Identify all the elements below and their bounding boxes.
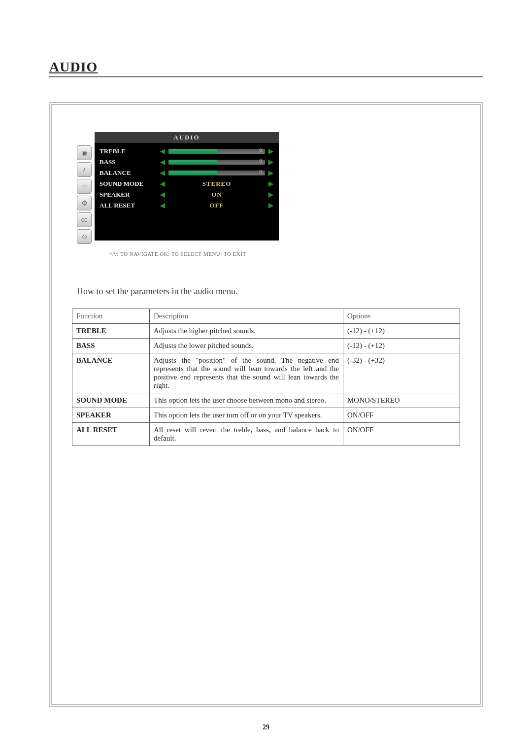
osd-title: AUDIO xyxy=(95,132,279,143)
tv-icon: ▭ xyxy=(77,179,92,194)
osd-label: SPEAKER xyxy=(99,191,159,199)
table-row: BALANCE Adjusts the "position" of the so… xyxy=(72,353,460,393)
osd-hint: ^/v: TO NAVIGATE OK: TO SELECT MENU: TO … xyxy=(77,251,279,257)
desc-cell: This option lets the user choose between… xyxy=(150,393,343,408)
left-arrow-icon: ◀ xyxy=(159,180,166,188)
osd-label: BALANCE xyxy=(99,169,159,177)
osd-row-sound-mode: SOUND MODE ◀ STEREO ▶ xyxy=(99,178,275,189)
table-row: SPEAKER This option lets the user turn o… xyxy=(72,408,460,423)
osd-row-treble: TREBLE ◀ 0 ▶ xyxy=(99,146,275,157)
table-row: BASS Adjusts the lower pitched sounds. (… xyxy=(72,339,460,353)
all-reset-value: OFF xyxy=(166,202,267,209)
osd-body: TREBLE ◀ 0 ▶ BASS ◀ xyxy=(95,143,279,241)
right-arrow-icon: ▶ xyxy=(267,147,275,155)
bass-value: 0 xyxy=(260,158,263,164)
opt-cell: (-32) - (+32) xyxy=(343,353,460,393)
lock-icon: ⦸ xyxy=(77,229,92,244)
desc-cell: Adjusts the "position" of the sound. The… xyxy=(150,353,343,393)
fn-cell: ALL RESET xyxy=(72,423,150,446)
right-arrow-icon: ▶ xyxy=(267,169,275,177)
opt-cell: ON/OFF xyxy=(343,423,460,446)
cc-icon: cc xyxy=(77,212,92,227)
left-arrow-icon: ◀ xyxy=(159,169,166,177)
table-row: SOUND MODE This option lets the user cho… xyxy=(72,393,460,408)
right-arrow-icon: ▶ xyxy=(267,158,275,166)
table-row: ALL RESET All reset will revert the treb… xyxy=(72,423,460,446)
opt-cell: MONO/STEREO xyxy=(343,393,460,408)
opt-cell: (-12) - (+12) xyxy=(343,324,460,339)
right-arrow-icon: ▶ xyxy=(267,191,275,199)
balance-value: 0 xyxy=(260,169,263,174)
desc-cell: Adjusts the lower pitched sounds. xyxy=(150,339,343,353)
header-description: Description xyxy=(150,309,343,324)
left-arrow-icon: ◀ xyxy=(159,147,166,155)
speaker-value: ON xyxy=(166,191,267,199)
desc-cell: This option lets the user turn off or on… xyxy=(150,408,343,423)
audio-icon: ♪ xyxy=(77,162,92,177)
desc-cell: All reset will revert the treble, bass, … xyxy=(150,423,343,446)
fn-cell: TREBLE xyxy=(72,324,150,339)
treble-value: 0 xyxy=(260,147,263,153)
table-row: TREBLE Adjusts the higher pitched sounds… xyxy=(72,324,460,339)
osd-label: ALL RESET xyxy=(99,202,159,209)
osd-label: BASS xyxy=(99,158,159,166)
left-arrow-icon: ◀ xyxy=(159,158,166,166)
header-options: Options xyxy=(343,309,460,324)
sound-mode-value: STEREO xyxy=(166,180,267,188)
page-number: 29 xyxy=(0,723,532,731)
opt-cell: ON/OFF xyxy=(343,408,460,423)
osd-row-all-reset: ALL RESET ◀ OFF ▶ xyxy=(99,200,275,211)
balance-slider: 0 xyxy=(168,171,265,175)
section-title: AUDIO xyxy=(49,59,483,77)
intro-text: How to set the parameters in the audio m… xyxy=(77,286,460,297)
content-frame: ◉ ♪ ▭ ⚙ cc ⦸ AUDIO TREBLE ◀ xyxy=(49,102,483,707)
fn-cell: SPEAKER xyxy=(72,408,150,423)
bass-slider: 0 xyxy=(168,160,265,165)
desc-cell: Adjusts the higher pitched sounds. xyxy=(150,324,343,339)
osd-category-icons: ◉ ♪ ▭ ⚙ cc ⦸ xyxy=(77,132,95,246)
left-arrow-icon: ◀ xyxy=(159,191,166,199)
picture-icon: ◉ xyxy=(77,145,92,160)
fn-cell: SOUND MODE xyxy=(72,393,150,408)
right-arrow-icon: ▶ xyxy=(267,180,275,188)
fn-cell: BASS xyxy=(72,339,150,353)
osd-row-speaker: SPEAKER ◀ ON ▶ xyxy=(99,189,275,200)
table-header-row: Function Description Options xyxy=(72,309,460,324)
osd-row-balance: BALANCE ◀ 0 ▶ xyxy=(99,168,275,178)
osd-label: TREBLE xyxy=(99,147,159,155)
left-arrow-icon: ◀ xyxy=(159,202,166,209)
right-arrow-icon: ▶ xyxy=(267,202,275,209)
opt-cell: (-12) - (+12) xyxy=(343,339,460,353)
manual-page: AUDIO ◉ ♪ ▭ ⚙ cc ⦸ AUDIO TREBLE xyxy=(0,0,532,756)
osd-label: SOUND MODE xyxy=(99,180,159,188)
setup-icon: ⚙ xyxy=(77,196,92,210)
treble-slider: 0 xyxy=(168,149,265,154)
header-function: Function xyxy=(72,309,150,324)
parameters-table: Function Description Options TREBLE Adju… xyxy=(72,309,460,446)
osd-screenshot: ◉ ♪ ▭ ⚙ cc ⦸ AUDIO TREBLE ◀ xyxy=(77,132,279,257)
fn-cell: BALANCE xyxy=(72,353,150,393)
osd-row-bass: BASS ◀ 0 ▶ xyxy=(99,157,275,168)
